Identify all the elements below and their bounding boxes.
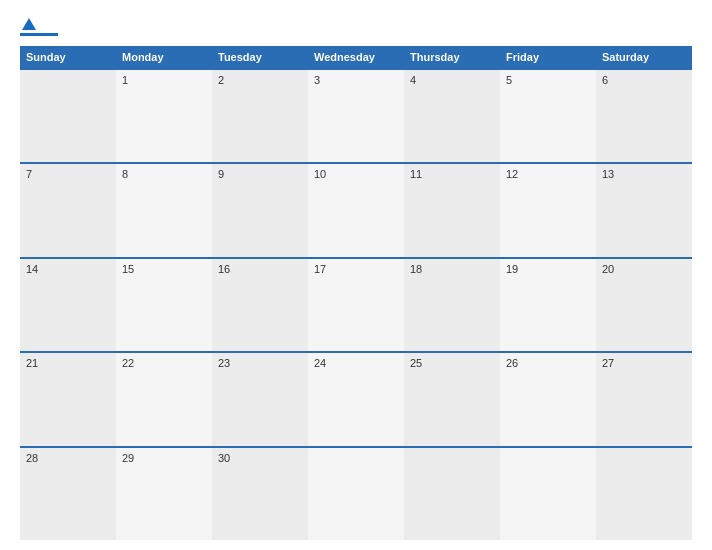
calendar-cell: 16 [212, 259, 308, 351]
calendar-cell [404, 448, 500, 540]
calendar-cell: 22 [116, 353, 212, 445]
day-number: 1 [122, 74, 206, 86]
weekday-header: Monday [116, 46, 212, 68]
calendar-body: 1234567891011121314151617181920212223242… [20, 68, 692, 540]
page-header [20, 18, 692, 36]
calendar-cell: 11 [404, 164, 500, 256]
day-number: 21 [26, 357, 110, 369]
calendar-cell: 1 [116, 70, 212, 162]
calendar-cell: 21 [20, 353, 116, 445]
calendar-cell [308, 448, 404, 540]
day-number: 13 [602, 168, 686, 180]
calendar-cell: 7 [20, 164, 116, 256]
day-number: 22 [122, 357, 206, 369]
weekday-header: Sunday [20, 46, 116, 68]
day-number: 5 [506, 74, 590, 86]
calendar-cell: 8 [116, 164, 212, 256]
calendar-cell: 19 [500, 259, 596, 351]
weekday-header: Saturday [596, 46, 692, 68]
day-number: 12 [506, 168, 590, 180]
calendar-cell: 14 [20, 259, 116, 351]
calendar-cell: 18 [404, 259, 500, 351]
calendar-cell: 10 [308, 164, 404, 256]
calendar-cell: 15 [116, 259, 212, 351]
calendar-week: 78910111213 [20, 162, 692, 256]
calendar-cell: 13 [596, 164, 692, 256]
calendar-cell: 29 [116, 448, 212, 540]
calendar-week: 14151617181920 [20, 257, 692, 351]
calendar-cell [20, 70, 116, 162]
calendar-cell: 30 [212, 448, 308, 540]
logo-triangle-icon [22, 18, 36, 30]
logo-line [20, 33, 58, 36]
day-number: 8 [122, 168, 206, 180]
day-number: 28 [26, 452, 110, 464]
day-number: 20 [602, 263, 686, 275]
calendar-cell: 26 [500, 353, 596, 445]
calendar-page: SundayMondayTuesdayWednesdayThursdayFrid… [0, 0, 712, 550]
day-number: 16 [218, 263, 302, 275]
calendar-cell: 17 [308, 259, 404, 351]
day-number: 14 [26, 263, 110, 275]
weekday-header: Wednesday [308, 46, 404, 68]
day-number: 2 [218, 74, 302, 86]
calendar-cell: 24 [308, 353, 404, 445]
day-number: 29 [122, 452, 206, 464]
calendar-week: 123456 [20, 68, 692, 162]
weekday-header: Tuesday [212, 46, 308, 68]
weekday-header: Thursday [404, 46, 500, 68]
calendar-cell [500, 448, 596, 540]
calendar-cell: 6 [596, 70, 692, 162]
day-number: 7 [26, 168, 110, 180]
day-number: 15 [122, 263, 206, 275]
logo [20, 18, 60, 36]
day-number: 25 [410, 357, 494, 369]
calendar-cell [596, 448, 692, 540]
calendar-cell: 27 [596, 353, 692, 445]
calendar-cell: 20 [596, 259, 692, 351]
calendar-cell: 3 [308, 70, 404, 162]
day-number: 3 [314, 74, 398, 86]
calendar-cell: 23 [212, 353, 308, 445]
weekday-header: Friday [500, 46, 596, 68]
calendar-header: SundayMondayTuesdayWednesdayThursdayFrid… [20, 46, 692, 68]
day-number: 24 [314, 357, 398, 369]
calendar-cell: 5 [500, 70, 596, 162]
calendar-cell: 9 [212, 164, 308, 256]
day-number: 6 [602, 74, 686, 86]
day-number: 19 [506, 263, 590, 275]
calendar-cell: 2 [212, 70, 308, 162]
day-number: 10 [314, 168, 398, 180]
day-number: 9 [218, 168, 302, 180]
day-number: 4 [410, 74, 494, 86]
calendar-cell: 12 [500, 164, 596, 256]
day-number: 27 [602, 357, 686, 369]
day-number: 18 [410, 263, 494, 275]
day-number: 11 [410, 168, 494, 180]
calendar-cell: 25 [404, 353, 500, 445]
calendar-cell: 4 [404, 70, 500, 162]
calendar-cell: 28 [20, 448, 116, 540]
day-number: 30 [218, 452, 302, 464]
day-number: 17 [314, 263, 398, 275]
day-number: 26 [506, 357, 590, 369]
calendar-week: 21222324252627 [20, 351, 692, 445]
day-number: 23 [218, 357, 302, 369]
calendar-week: 282930 [20, 446, 692, 540]
calendar: SundayMondayTuesdayWednesdayThursdayFrid… [20, 46, 692, 540]
